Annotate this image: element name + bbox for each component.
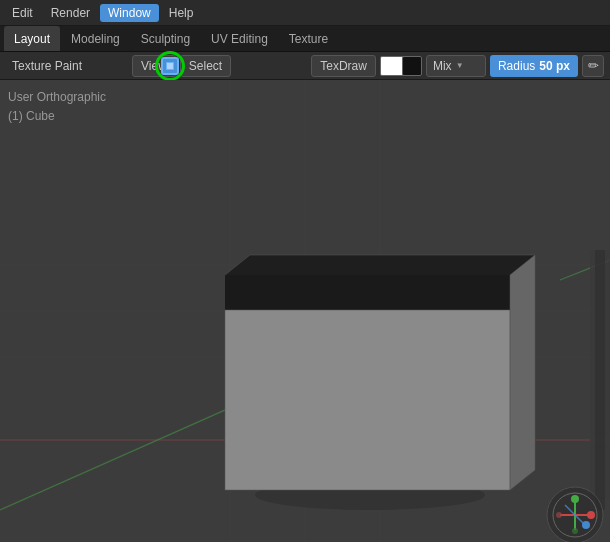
svg-rect-22 xyxy=(225,310,510,490)
menu-help[interactable]: Help xyxy=(161,4,202,22)
top-menu-bar: Edit Render Window Help xyxy=(0,0,610,26)
viewport-3d[interactable]: User Orthographic (1) Cube xyxy=(0,80,610,542)
radius-label: Radius xyxy=(498,59,535,73)
toolbar-row: Texture Paint View Select TexDraw Mix ▼ … xyxy=(0,52,610,80)
svg-point-36 xyxy=(587,511,595,519)
background-color-swatch[interactable] xyxy=(402,56,422,76)
svg-point-37 xyxy=(571,495,579,503)
tab-sculpting[interactable]: Sculpting xyxy=(131,26,200,51)
svg-point-39 xyxy=(556,512,562,518)
color-swatch-group xyxy=(380,55,422,77)
paint-icon-button[interactable]: ✏ xyxy=(582,55,604,77)
brush-name-button[interactable]: TexDraw xyxy=(311,55,376,77)
toolbar-mode-label: Texture Paint xyxy=(6,57,88,75)
scene-svg xyxy=(0,80,610,542)
blend-mode-label: Mix xyxy=(433,59,452,73)
menu-render[interactable]: Render xyxy=(43,4,98,22)
tab-layout[interactable]: Layout xyxy=(4,26,60,51)
blend-mode-dropdown[interactable]: Mix ▼ xyxy=(426,55,486,77)
menu-window[interactable]: Window xyxy=(100,4,159,22)
circle-outer-ring xyxy=(155,51,185,81)
svg-marker-21 xyxy=(225,255,535,275)
svg-marker-20 xyxy=(225,275,510,310)
svg-point-40 xyxy=(572,528,578,534)
radius-group[interactable]: Radius 50 px xyxy=(490,55,578,77)
tab-modeling[interactable]: Modeling xyxy=(61,26,130,51)
workspace-tabs: Layout Modeling Sculpting UV Editing Tex… xyxy=(0,26,610,52)
svg-rect-18 xyxy=(595,250,605,510)
radius-value: 50 px xyxy=(539,59,570,73)
svg-marker-23 xyxy=(510,255,535,490)
inner-square xyxy=(166,62,174,70)
svg-point-38 xyxy=(582,521,590,529)
blend-mode-arrow: ▼ xyxy=(456,61,464,70)
tab-uv-editing[interactable]: UV Editing xyxy=(201,26,278,51)
tab-texture[interactable]: Texture xyxy=(279,26,338,51)
mode-indicator[interactable] xyxy=(152,52,188,80)
circle-inner-icon xyxy=(161,57,179,75)
menu-edit[interactable]: Edit xyxy=(4,4,41,22)
